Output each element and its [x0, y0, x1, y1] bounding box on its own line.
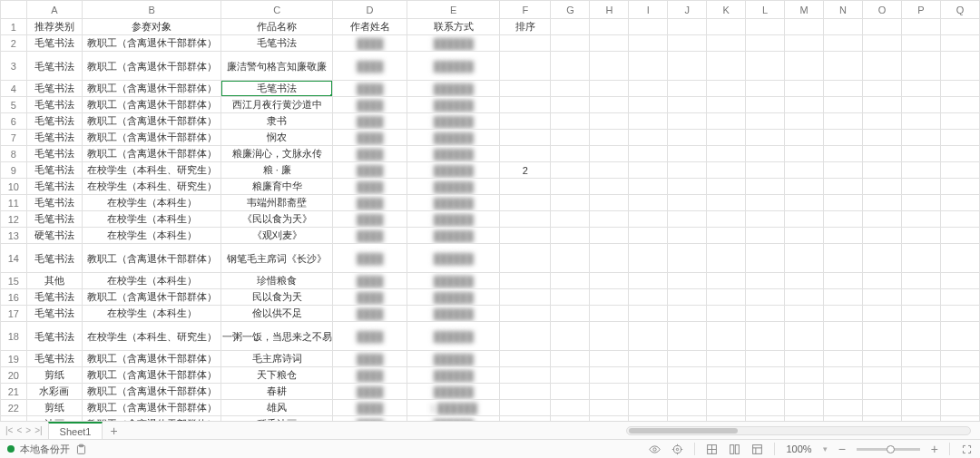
cell[interactable]	[746, 179, 785, 195]
cell[interactable]	[785, 162, 824, 179]
cell[interactable]	[863, 179, 902, 195]
cell[interactable]: 毛笔书法	[221, 35, 333, 52]
cell[interactable]: ████	[333, 195, 407, 211]
cell[interactable]	[668, 52, 707, 81]
cell[interactable]: ██████	[407, 179, 499, 195]
cell[interactable]: 教职工（含离退休干部群体）	[82, 289, 220, 306]
cell[interactable]	[863, 130, 902, 146]
cell[interactable]	[824, 179, 863, 195]
col-header-C[interactable]: C	[221, 1, 333, 19]
cell[interactable]	[746, 130, 785, 146]
cell[interactable]	[746, 322, 785, 351]
cell[interactable]: 毛笔书法	[26, 211, 82, 228]
cell[interactable]	[863, 400, 902, 416]
cell[interactable]: ██████	[407, 351, 499, 367]
cell[interactable]	[940, 211, 979, 228]
cell[interactable]	[902, 179, 941, 195]
cell[interactable]: 《观刈麦》	[221, 228, 333, 244]
cell[interactable]	[785, 211, 824, 228]
cell[interactable]: 粮廉润心，文脉永传	[221, 146, 333, 162]
cell[interactable]: 水彩画	[26, 384, 82, 400]
cell[interactable]: 在校学生（本科生、研究生）	[82, 322, 220, 351]
cell[interactable]: 民以食为天	[221, 289, 333, 306]
target-icon[interactable]	[671, 443, 683, 455]
cell[interactable]	[940, 19, 979, 35]
cell[interactable]	[668, 289, 707, 306]
cell[interactable]	[824, 97, 863, 113]
cell[interactable]	[940, 195, 979, 211]
cell[interactable]: 毛笔书法	[26, 35, 82, 52]
cell[interactable]	[746, 351, 785, 367]
cell[interactable]	[824, 35, 863, 52]
cell[interactable]: ████	[333, 179, 407, 195]
layout-view-icon[interactable]	[751, 443, 763, 455]
cell[interactable]	[902, 228, 941, 244]
cell[interactable]	[863, 162, 902, 179]
cell[interactable]: 硬笔书法	[26, 228, 82, 244]
cell[interactable]	[746, 228, 785, 244]
cell[interactable]	[668, 162, 707, 179]
cell[interactable]: 教职工（含离退休干部群体）	[82, 35, 220, 52]
cell[interactable]: 教职工（含离退休干部群体）	[82, 400, 220, 416]
cell[interactable]	[863, 81, 902, 97]
cell[interactable]	[668, 19, 707, 35]
cell[interactable]: 钢笔毛主席词《长沙》	[221, 244, 333, 273]
cell[interactable]	[940, 52, 979, 81]
cell[interactable]	[863, 273, 902, 289]
cell[interactable]	[500, 367, 551, 384]
cell[interactable]	[863, 113, 902, 130]
row-header[interactable]: 15	[1, 273, 27, 289]
cell[interactable]	[629, 113, 668, 130]
cell[interactable]: ████	[333, 35, 407, 52]
cell[interactable]	[824, 81, 863, 97]
cell[interactable]	[668, 273, 707, 289]
cell[interactable]	[551, 322, 590, 351]
cell[interactable]: 毛笔书法	[26, 351, 82, 367]
cell[interactable]	[785, 146, 824, 162]
cell[interactable]	[824, 244, 863, 273]
cell[interactable]	[902, 35, 941, 52]
row-header[interactable]: 1	[1, 19, 27, 35]
backup-status[interactable]: 本地备份开	[20, 443, 70, 456]
cell[interactable]	[824, 273, 863, 289]
cell[interactable]	[902, 19, 941, 35]
cell[interactable]	[629, 81, 668, 97]
select-all-corner[interactable]	[1, 1, 27, 19]
cell[interactable]	[707, 35, 746, 52]
cell[interactable]	[863, 19, 902, 35]
cell[interactable]: 毛笔书法	[26, 289, 82, 306]
cell[interactable]: 教职工（含离退休干部群体）	[82, 81, 220, 97]
cell[interactable]	[668, 306, 707, 322]
cell[interactable]: 《民以食为天》	[221, 211, 333, 228]
cell[interactable]	[863, 97, 902, 113]
cell[interactable]	[668, 81, 707, 97]
cell[interactable]	[863, 367, 902, 384]
cell[interactable]	[590, 195, 629, 211]
row-header[interactable]: 16	[1, 289, 27, 306]
cell[interactable]	[707, 306, 746, 322]
cell[interactable]	[785, 81, 824, 97]
cell[interactable]	[902, 367, 941, 384]
cell[interactable]	[629, 146, 668, 162]
cell[interactable]	[940, 162, 979, 179]
cell[interactable]	[668, 146, 707, 162]
col-header-A[interactable]: A	[26, 1, 82, 19]
row-header[interactable]: 2	[1, 35, 27, 52]
cell[interactable]	[902, 273, 941, 289]
cell[interactable]: 西江月夜行黄沙道中	[221, 97, 333, 113]
col-header-H[interactable]: H	[590, 1, 629, 19]
cell[interactable]	[746, 81, 785, 97]
cell[interactable]: ████	[333, 273, 407, 289]
cell[interactable]: 雄风	[221, 400, 333, 416]
row-header[interactable]: 22	[1, 400, 27, 416]
cell[interactable]	[629, 351, 668, 367]
cell[interactable]	[629, 97, 668, 113]
cell[interactable]	[902, 244, 941, 273]
cell[interactable]	[824, 384, 863, 400]
cell[interactable]	[746, 306, 785, 322]
cell[interactable]: 作品名称	[221, 19, 333, 35]
fullscreen-icon[interactable]	[961, 443, 973, 455]
cell[interactable]: 在校学生（本科生）	[82, 306, 220, 322]
row-header[interactable]: 9	[1, 162, 27, 179]
cell[interactable]: 毛笔书法	[26, 113, 82, 130]
